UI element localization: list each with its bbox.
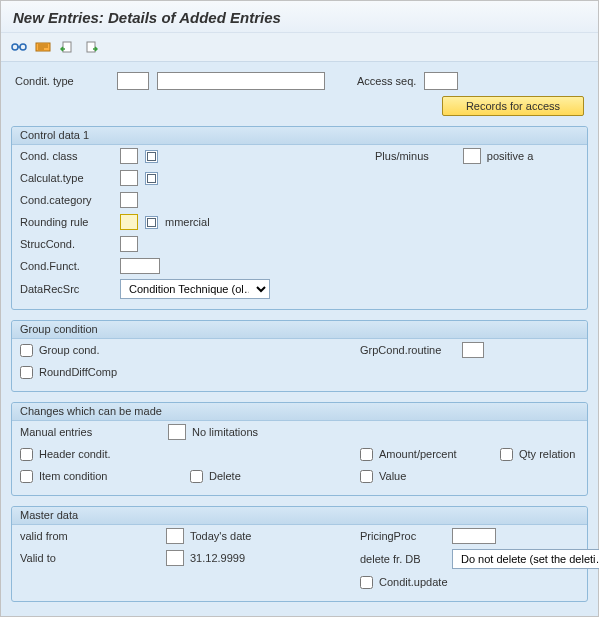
next-entry-icon[interactable]: [83, 39, 99, 55]
prev-entry-icon[interactable]: [59, 39, 75, 55]
rounding-rule-input[interactable]: [120, 214, 138, 230]
svg-rect-4: [87, 42, 95, 52]
records-for-access-button[interactable]: Records for access: [442, 96, 584, 116]
amount-percent-label: Amount/percent: [379, 448, 457, 460]
access-seq-label: Access seq.: [357, 75, 416, 87]
condit-type-desc-input[interactable]: [157, 72, 325, 90]
valid-to-input[interactable]: [166, 550, 184, 566]
cond-category-input[interactable]: [120, 192, 138, 208]
cond-class-input[interactable]: [120, 148, 138, 164]
content-area: Condit. type Access seq. Records for acc…: [1, 62, 598, 616]
plus-minus-input[interactable]: [463, 148, 481, 164]
rounding-rule-label: Rounding rule: [20, 216, 114, 228]
cond-class-label: Cond. class: [20, 150, 114, 162]
toolbar: [1, 33, 598, 62]
access-seq-input[interactable]: [424, 72, 458, 90]
panel-title-master: Master data: [12, 507, 587, 525]
rounddiffcomp-checkbox[interactable]: [20, 366, 33, 379]
struc-cond-label: StrucCond.: [20, 238, 114, 250]
delete-db-select[interactable]: Do not delete (set the deleti…: [452, 549, 599, 569]
header-condit-checkbox[interactable]: [20, 448, 33, 461]
struc-cond-input[interactable]: [120, 236, 138, 252]
panel-title-control: Control data 1: [12, 127, 587, 145]
group-cond-checkbox[interactable]: [20, 344, 33, 357]
pricingproc-input[interactable]: [452, 528, 496, 544]
header-condit-label: Header condit.: [39, 448, 111, 460]
panel-changes: Changes which can be made Manual entries…: [11, 402, 588, 496]
qty-relation-checkbox[interactable]: [500, 448, 513, 461]
svg-point-0: [12, 44, 18, 50]
item-condition-label: Item condition: [39, 470, 107, 482]
item-condition-checkbox[interactable]: [20, 470, 33, 483]
panel-control-data-1: Control data 1 Cond. class Plus/minus po…: [11, 126, 588, 310]
condit-type-code-input[interactable]: [117, 72, 149, 90]
grpcondroutine-input[interactable]: [462, 342, 484, 358]
rounddiffcomp-label: RoundDiffComp: [39, 366, 117, 378]
glasses-icon[interactable]: [11, 39, 27, 55]
valid-from-text: Today's date: [190, 530, 251, 542]
other-entry-icon[interactable]: [35, 39, 51, 55]
valid-from-label: valid from: [20, 530, 114, 542]
qty-relation-label: Qty relation: [519, 448, 575, 460]
calc-type-input[interactable]: [120, 170, 138, 186]
condit-type-label: Condit. type: [15, 75, 109, 87]
cond-funct-label: Cond.Funct.: [20, 260, 114, 272]
delete-db-label: delete fr. DB: [360, 553, 446, 565]
svg-point-1: [20, 44, 26, 50]
valid-to-label: Valid to: [20, 552, 114, 564]
condit-update-checkbox[interactable]: [360, 576, 373, 589]
f4-help-icon[interactable]: [144, 149, 159, 164]
f4-help-icon[interactable]: [144, 215, 159, 230]
cond-category-label: Cond.category: [20, 194, 114, 206]
manual-entries-label: Manual entries: [20, 426, 114, 438]
amount-percent-checkbox[interactable]: [360, 448, 373, 461]
calc-type-label: Calculat.type: [20, 172, 114, 184]
panel-master-data: Master data valid from Today's date Vali…: [11, 506, 588, 602]
datarecsrc-select[interactable]: Condition Technique (ol…: [120, 279, 270, 299]
panel-group-condition: Group condition Group cond. RoundDiffCom…: [11, 320, 588, 392]
grpcondroutine-label: GrpCond.routine: [360, 344, 456, 356]
pricingproc-label: PricingProc: [360, 530, 446, 542]
manual-entries-input[interactable]: [168, 424, 186, 440]
valid-from-input[interactable]: [166, 528, 184, 544]
f4-help-icon[interactable]: [144, 171, 159, 186]
svg-rect-3: [63, 42, 71, 52]
condition-type-row: Condit. type Access seq.: [11, 72, 588, 90]
delete-checkbox[interactable]: [190, 470, 203, 483]
panel-title-group: Group condition: [12, 321, 587, 339]
datarecsrc-label: DataRecSrc: [20, 283, 114, 295]
plus-minus-label: Plus/minus: [375, 150, 429, 162]
condit-update-label: Condit.update: [379, 576, 448, 588]
cond-funct-input[interactable]: [120, 258, 160, 274]
rounding-rule-text: mmercial: [165, 216, 210, 228]
plus-minus-text: positive a: [487, 150, 533, 162]
value-label: Value: [379, 470, 406, 482]
value-checkbox[interactable]: [360, 470, 373, 483]
group-cond-label: Group cond.: [39, 344, 100, 356]
valid-to-text: 31.12.9999: [190, 552, 245, 564]
manual-entries-text: No limitations: [192, 426, 258, 438]
page-title: New Entries: Details of Added Entries: [1, 1, 598, 33]
delete-label: Delete: [209, 470, 241, 482]
panel-title-changes: Changes which can be made: [12, 403, 587, 421]
window: New Entries: Details of Added Entries Co…: [0, 0, 599, 617]
